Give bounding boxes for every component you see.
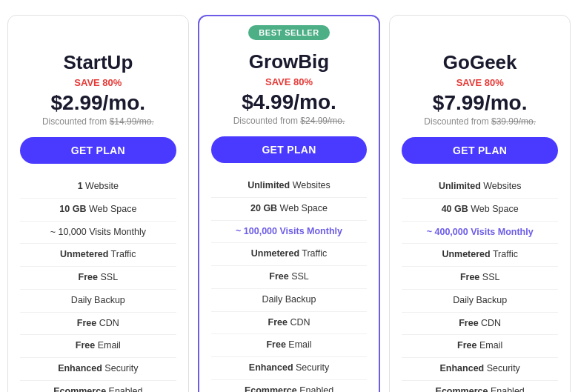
feature-item: Free SSL: [402, 266, 558, 289]
plan-name-startup: StartUp: [20, 51, 176, 74]
feature-item: Free Email: [402, 334, 558, 357]
get-plan-button-gogeek[interactable]: GET PLAN: [402, 137, 558, 164]
features-list-growbig: Unlimited Websites20 GB Web Space~ 100,0…: [211, 175, 368, 392]
feature-item: 1 Website: [20, 176, 176, 198]
feature-item: ~ 400,000 Visits Monthly: [402, 221, 558, 244]
best-seller-badge: BEST SELLER: [211, 25, 368, 47]
original-price-growbig: Discounted from $24.99/mo.: [211, 116, 368, 126]
feature-item: 10 GB Web Space: [20, 198, 176, 221]
original-price-startup: Discounted from $14.99/mo.: [20, 116, 176, 127]
feature-item: Unmetered Traffic: [20, 243, 176, 266]
get-plan-button-growbig[interactable]: GET PLAN: [211, 136, 368, 163]
feature-item: 20 GB Web Space: [211, 197, 368, 220]
feature-item: Free Email: [211, 333, 368, 356]
feature-item: Free CDN: [20, 312, 176, 335]
plan-card-startup: StartUp SAVE 80% $2.99/mo. Discounted fr…: [7, 15, 189, 392]
feature-item: Ecommerce Enabled: [211, 379, 368, 392]
price-growbig: $4.99/mo.: [211, 90, 368, 114]
feature-item: ~ 10,000 Visits Monthly: [20, 221, 176, 244]
get-plan-button-startup[interactable]: GET PLAN: [20, 137, 176, 164]
feature-item: Daily Backup: [20, 289, 176, 312]
feature-item: Ecommerce Enabled: [20, 380, 176, 392]
feature-item: Unlimited Websites: [211, 175, 368, 197]
feature-item: Unmetered Traffic: [402, 243, 558, 266]
feature-item: Ecommerce Enabled: [402, 380, 558, 392]
plan-card-gogeek: GoGeek SAVE 80% $7.99/mo. Discounted fro…: [389, 15, 571, 392]
plans-container: StartUp SAVE 80% $2.99/mo. Discounted fr…: [7, 15, 571, 392]
features-list-startup: 1 Website10 GB Web Space~ 10,000 Visits …: [20, 176, 176, 392]
feature-item: Free CDN: [211, 311, 368, 334]
save-label-growbig: SAVE 80%: [211, 76, 368, 87]
original-price-gogeek: Discounted from $39.99/mo.: [402, 116, 558, 127]
feature-item: ~ 100,000 Visits Monthly: [211, 220, 368, 243]
feature-item: Free CDN: [402, 312, 558, 335]
features-list-gogeek: Unlimited Websites40 GB Web Space~ 400,0…: [402, 176, 558, 392]
save-label-startup: SAVE 80%: [20, 77, 176, 88]
plan-name-gogeek: GoGeek: [402, 51, 558, 74]
feature-item: Unlimited Websites: [402, 176, 558, 198]
feature-item: Free Email: [20, 334, 176, 357]
feature-item: Unmetered Traffic: [211, 242, 368, 265]
feature-item: Enhanced Security: [211, 356, 368, 379]
plan-card-growbig: BEST SELLER GrowBig SAVE 80% $4.99/mo. D…: [198, 15, 381, 392]
feature-item: Daily Backup: [211, 288, 368, 311]
price-gogeek: $7.99/mo.: [402, 91, 558, 115]
feature-item: Free SSL: [211, 265, 368, 288]
feature-item: Enhanced Security: [20, 357, 176, 380]
price-startup: $2.99/mo.: [20, 91, 176, 115]
feature-item: Daily Backup: [402, 289, 558, 312]
feature-item: Free SSL: [20, 266, 176, 289]
feature-item: Enhanced Security: [402, 357, 558, 380]
plan-name-growbig: GrowBig: [211, 50, 368, 73]
feature-item: 40 GB Web Space: [402, 198, 558, 221]
save-label-gogeek: SAVE 80%: [402, 77, 558, 88]
